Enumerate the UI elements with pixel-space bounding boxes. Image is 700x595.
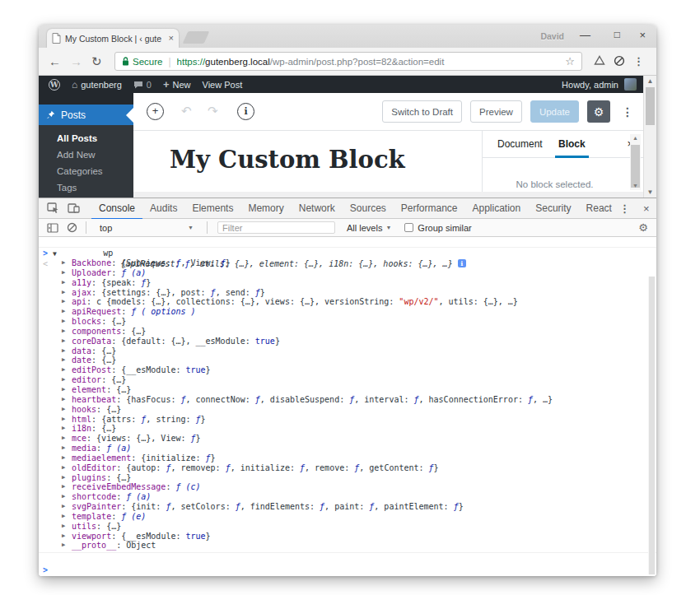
- console-property-coreData[interactable]: ▶coreData: {default: {…}, __esModule: tr…: [39, 337, 656, 346]
- console-property-a11y[interactable]: ▶a11y: {speak: ƒ}: [39, 278, 656, 288]
- content-structure-icon[interactable]: i: [237, 103, 254, 120]
- collapsed-arrow-icon[interactable]: ▶: [62, 317, 65, 327]
- collapsed-arrow-icon[interactable]: ▶: [62, 327, 65, 337]
- admin-bar-account[interactable]: Howdy, admin: [562, 78, 637, 91]
- admin-bar-site[interactable]: ⌂ gutenberg: [72, 79, 122, 91]
- scroll-thumb[interactable]: [646, 87, 655, 125]
- console-property-blocks[interactable]: ▶blocks: {…}: [39, 317, 656, 327]
- collapsed-arrow-icon[interactable]: ▶: [62, 434, 65, 444]
- panel-scrollbar[interactable]: ▲ ▼: [630, 134, 641, 190]
- collapsed-arrow-icon[interactable]: ▶: [62, 385, 65, 395]
- collapsed-arrow-icon[interactable]: ▶: [62, 356, 65, 365]
- console-property-hooks[interactable]: ▶hooks: {…}: [39, 405, 656, 415]
- collapsed-arrow-icon[interactable]: ▶: [62, 492, 65, 502]
- editor-more-icon[interactable]: ⋮: [618, 105, 637, 119]
- sidebar-item-add-new[interactable]: Add New: [39, 146, 133, 163]
- tab-block[interactable]: Block: [555, 131, 589, 158]
- window-minimize-button[interactable]: —: [580, 30, 590, 40]
- console-property-mediaelement[interactable]: ▶mediaelement: {initialize: ƒ}: [39, 453, 656, 463]
- preview-button[interactable]: Preview: [470, 100, 522, 123]
- console-property-viewport[interactable]: ▶viewport: {__esModule: true}: [39, 532, 656, 542]
- collapsed-arrow-icon[interactable]: ▶: [62, 482, 65, 492]
- collapsed-arrow-icon[interactable]: ▶: [62, 375, 65, 385]
- forward-button[interactable]: →: [70, 54, 82, 69]
- inspect-element-icon[interactable]: [47, 202, 59, 214]
- browser-tab[interactable]: My Custom Block | ‹ gute ×: [47, 29, 179, 48]
- devtools-close-icon[interactable]: ×: [643, 202, 650, 215]
- console-property-oldEditor[interactable]: ▶oldEditor: {autop: ƒ, removep: ƒ, initi…: [39, 463, 656, 473]
- console-property-media[interactable]: ▶media: ƒ (a): [39, 444, 656, 453]
- undo-icon[interactable]: ↶: [181, 104, 192, 119]
- profile-name[interactable]: David: [540, 31, 564, 41]
- console-property-svgPainter[interactable]: ▶svgPainter: {init: ƒ, setColors: ƒ, fin…: [39, 502, 656, 512]
- devtools-menu-icon[interactable]: ⋮: [619, 202, 630, 215]
- admin-bar-new[interactable]: + New: [163, 78, 191, 91]
- collapsed-arrow-icon[interactable]: ▶: [62, 532, 65, 542]
- console-property-template[interactable]: ▶template: ƒ (e): [39, 512, 656, 522]
- post-title[interactable]: My Custom Block: [170, 146, 405, 174]
- collapsed-arrow-icon[interactable]: ▶: [62, 444, 65, 453]
- update-button[interactable]: Update: [530, 100, 579, 123]
- console-result-preview[interactable]: <▼{apiRequest: ƒ, utils: {…}, element: {…: [39, 248, 656, 258]
- collapsed-arrow-icon[interactable]: ▶: [62, 405, 65, 415]
- bookmark-star-icon[interactable]: ☆: [565, 55, 575, 67]
- window-close-button[interactable]: ×: [639, 30, 646, 40]
- collapsed-arrow-icon[interactable]: ▶: [62, 337, 65, 346]
- devtools-tab-network[interactable]: Network: [292, 198, 343, 219]
- block-inserter-icon[interactable]: +: [147, 103, 164, 120]
- console-property-components[interactable]: ▶components: {…}: [39, 327, 656, 337]
- devtools-tab-audits[interactable]: Audits: [142, 198, 184, 219]
- collapsed-arrow-icon[interactable]: ▶: [62, 473, 65, 483]
- sidebar-item-all-posts[interactable]: All Posts: [39, 130, 133, 146]
- console-sidebar-icon[interactable]: [47, 223, 58, 233]
- collapsed-arrow-icon[interactable]: ▶: [62, 297, 65, 307]
- devtools-tab-performance[interactable]: Performance: [394, 198, 465, 219]
- console-input-row[interactable]: >wp: [39, 237, 656, 248]
- sidebar-item-categories[interactable]: Categories: [39, 163, 133, 179]
- collapsed-arrow-icon[interactable]: ▶: [62, 415, 65, 425]
- redo-icon[interactable]: ↷: [208, 104, 218, 119]
- extension-icon[interactable]: [594, 55, 605, 67]
- devtools-tab-sources[interactable]: Sources: [343, 198, 394, 219]
- console-property-i18n[interactable]: ▶i18n: {…}: [39, 424, 656, 434]
- filter-input[interactable]: [217, 221, 335, 234]
- window-maximize-button[interactable]: □: [614, 30, 620, 40]
- devtools-tab-console[interactable]: Console: [91, 198, 142, 219]
- scroll-thumb[interactable]: [649, 277, 655, 574]
- console-scrollbar[interactable]: [648, 277, 656, 574]
- devtools-tab-elements[interactable]: Elements: [184, 198, 240, 219]
- tab-close-icon[interactable]: ×: [169, 34, 174, 43]
- devtools-tab-application[interactable]: Application: [465, 198, 529, 219]
- collapsed-arrow-icon[interactable]: ▶: [62, 268, 65, 278]
- collapsed-arrow-icon[interactable]: ▶: [62, 258, 65, 268]
- collapsed-arrow-icon[interactable]: ▶: [62, 453, 65, 463]
- context-selector[interactable]: top ▼: [95, 223, 198, 233]
- console-property-mce[interactable]: ▶mce: {views: {…}, View: ƒ}: [39, 434, 656, 444]
- wordpress-logo-icon[interactable]: W: [49, 79, 60, 91]
- console-property-utils[interactable]: ▶utils: {…}: [39, 522, 656, 532]
- console-property-__proto__[interactable]: ▶__proto__: Object: [39, 541, 656, 551]
- collapsed-arrow-icon[interactable]: ▶: [62, 365, 65, 375]
- collapsed-arrow-icon[interactable]: ▶: [62, 522, 65, 532]
- console-property-Uploader[interactable]: ▶Uploader: ƒ (a): [39, 268, 656, 278]
- console-property-element[interactable]: ▶element: {…}: [39, 385, 656, 395]
- console-property-api[interactable]: ▶api: c {models: {…}, collections: {…}, …: [39, 297, 656, 307]
- collapsed-arrow-icon[interactable]: ▶: [62, 502, 65, 512]
- collapsed-arrow-icon[interactable]: ▶: [62, 288, 65, 298]
- devtools-tab-security[interactable]: Security: [528, 198, 578, 219]
- address-bar[interactable]: Secure | https://gutenberg.local/wp-admi…: [114, 52, 582, 71]
- console-property-editor[interactable]: ▶editor: {…}: [39, 375, 656, 385]
- new-tab-button[interactable]: [183, 31, 210, 44]
- devtools-tab-react[interactable]: React: [579, 198, 619, 219]
- device-toolbar-icon[interactable]: [68, 202, 80, 214]
- console-property-shortcode[interactable]: ▶shortcode: ƒ (a): [39, 492, 656, 502]
- settings-gear-icon[interactable]: ⚙: [587, 100, 610, 123]
- blocker-extension-icon[interactable]: [614, 55, 625, 67]
- console-property-ajax[interactable]: ▶ajax: {settings: {…}, post: ƒ, send: ƒ}: [39, 288, 656, 298]
- clear-console-icon[interactable]: [67, 222, 77, 233]
- console-property-apiRequest[interactable]: ▶apiRequest: ƒ ( options ): [39, 307, 656, 317]
- page-scrollbar[interactable]: ▲ ▼: [643, 76, 656, 198]
- collapsed-arrow-icon[interactable]: ▶: [62, 346, 65, 356]
- collapsed-arrow-icon[interactable]: ▶: [62, 307, 65, 317]
- browser-menu-icon[interactable]: ⋮: [633, 55, 644, 67]
